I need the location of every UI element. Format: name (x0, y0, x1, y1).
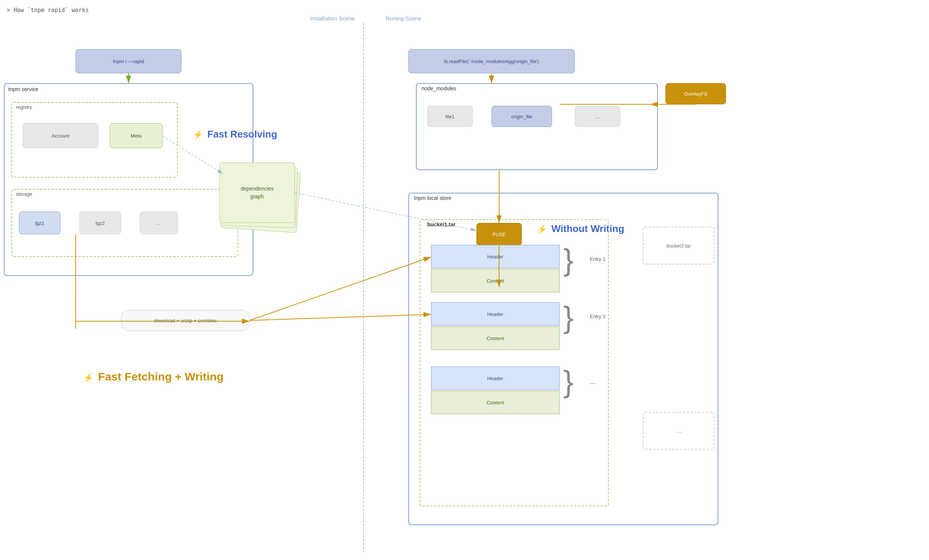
overlayfs-button[interactable]: OverlayFS (665, 83, 726, 104)
entry3-content: Content (431, 391, 560, 414)
registry-label: registry (16, 104, 32, 110)
tgz1-button[interactable]: tgz1 (19, 212, 60, 234)
deps-graph-container: dependenciesgraph (219, 162, 310, 238)
account-button[interactable]: Account (23, 123, 98, 148)
tgz2-button[interactable]: tgz2 (79, 212, 121, 234)
file1-button[interactable]: file1 (427, 106, 473, 127)
node-modules-label: node_modules (422, 85, 456, 91)
tnpm-service-label: tnpm service (8, 86, 38, 92)
deps-graph-label: dependenciesgraph (240, 185, 273, 201)
entry3-header: Header (431, 367, 560, 390)
page-title: > How `tnpm rapid` works (7, 7, 89, 14)
bucket2-label: bucket2.tar (667, 243, 691, 249)
download-label: download + unzip + combine (121, 310, 250, 331)
fs-read-button[interactable]: fs.readFile('./node_modules/egg/origin_f… (408, 49, 575, 73)
fast-fetching-label: ⚡ Fast Fetching + Writing (83, 370, 223, 383)
installation-scene-label: Installation Scene (310, 15, 355, 22)
tnpm-cmd-button[interactable]: tnpm i ––rapid (76, 49, 181, 73)
svg-line-12 (250, 257, 431, 320)
local-store-label: tnpm local store (414, 195, 451, 201)
running-scene-label: Runing Scene (386, 15, 421, 22)
svg-line-13 (250, 314, 431, 320)
bottom-right-box: ... (643, 412, 715, 450)
storage-label: storage (16, 191, 32, 197)
tgz-dots-button[interactable]: ... (140, 212, 178, 234)
nm-dots-button[interactable]: ... (575, 106, 620, 127)
entry3-brace: } (563, 367, 574, 397)
entry2-content: Content (431, 326, 560, 350)
entry1-header: Header (431, 245, 560, 268)
entry1-label: Entry 1 (590, 256, 605, 262)
bolt-icon-3: ⚡ (83, 373, 93, 382)
meta-button[interactable]: Meta (110, 123, 163, 148)
bucket1-label: bucket1.tar (427, 221, 456, 227)
entry2-header: Header (431, 302, 560, 326)
origin-file-button[interactable]: origin_file (492, 106, 552, 127)
fast-resolving-label: ⚡ Fast Resolving (193, 128, 277, 140)
entry3-label: ... (590, 378, 596, 386)
bolt-icon-1: ⚡ (193, 130, 203, 139)
entry2-brace: } (563, 302, 574, 333)
entry1-content: Content (431, 269, 560, 292)
scene-divider (363, 23, 364, 552)
entry1-brace: } (563, 245, 574, 275)
bucket2-box: bucket2.tar (643, 227, 715, 265)
entry2-label: Entry 2 (590, 314, 605, 319)
